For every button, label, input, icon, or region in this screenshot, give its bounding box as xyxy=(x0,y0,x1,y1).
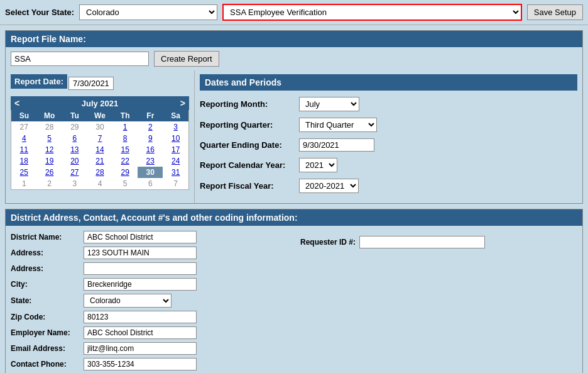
quarter-ending-date-input[interactable] xyxy=(299,138,374,152)
cal-col-tu: Tu xyxy=(62,110,87,121)
calendar: < July 2021 > Su Mo Tu We Th F xyxy=(11,96,189,190)
cal-col-th: Th xyxy=(112,110,138,121)
report-date-label: Report Date: xyxy=(11,74,67,89)
calendar-header: < July 2021 > xyxy=(11,96,189,110)
email-row: Email Address: xyxy=(11,342,288,355)
calendar-day[interactable]: 6 xyxy=(62,133,87,144)
calendar-day[interactable]: 2 xyxy=(138,121,163,133)
state-field-select[interactable]: Colorado Alabama Alaska xyxy=(84,294,172,308)
calendar-day[interactable]: 25 xyxy=(11,167,37,178)
calendar-day: 27 xyxy=(11,121,37,133)
email-input[interactable] xyxy=(84,342,197,355)
requester-id-input[interactable] xyxy=(359,236,485,248)
calendar-day[interactable]: 17 xyxy=(163,144,188,155)
state-row: State: Colorado Alabama Alaska xyxy=(11,294,288,308)
calendar-day[interactable]: 31 xyxy=(163,167,188,178)
calendar-day[interactable]: 27 xyxy=(62,167,87,178)
calendar-day[interactable]: 12 xyxy=(37,144,62,155)
calendar-day[interactable]: 4 xyxy=(11,133,37,144)
calendar-day: 5 xyxy=(112,178,138,190)
report-filename-body: Create Report xyxy=(6,47,582,70)
calendar-week-row: 1234567 xyxy=(11,178,189,190)
report-filename-input[interactable] xyxy=(11,52,149,66)
phone-label: Contact Phone: xyxy=(11,360,80,369)
report-date-value: 7/30/2021 xyxy=(68,77,114,90)
calendar-day: 2 xyxy=(37,178,62,190)
address1-row: Address: xyxy=(11,247,288,259)
district-header: District Address, Contact, Account #'s a… xyxy=(6,209,582,226)
calendar-year-select[interactable]: 2019202020212022 xyxy=(299,158,337,172)
calendar-year-row: Report Calendar Year: 2019202020212022 xyxy=(200,158,577,172)
calendar-day[interactable]: 16 xyxy=(138,144,163,155)
reporting-quarter-select[interactable]: First Quarter Second Quarter Third Quart… xyxy=(299,118,377,132)
calendar-day: 4 xyxy=(87,178,112,190)
reporting-quarter-label: Reporting Quarter: xyxy=(200,120,294,130)
email-label: Email Address: xyxy=(11,344,80,353)
report-type-select[interactable]: SSA Employee Verification Other Report xyxy=(222,4,522,21)
employer-input[interactable] xyxy=(84,326,197,339)
quarter-ending-date-row: Quarter Ending Date: xyxy=(200,138,577,152)
address1-input[interactable] xyxy=(84,247,197,259)
calendar-header-row: Su Mo Tu We Th Fr Sa xyxy=(11,110,189,121)
calendar-week-row: 27282930123 xyxy=(11,121,189,133)
reporting-month-select[interactable]: JanuaryFebruaryMarch AprilMayJune JulyAu… xyxy=(299,97,359,111)
calendar-day[interactable]: 21 xyxy=(87,155,112,167)
calendar-day[interactable]: 30 xyxy=(138,167,163,178)
calendar-day[interactable]: 20 xyxy=(62,155,87,167)
zip-input[interactable] xyxy=(84,311,197,323)
reporting-month-label: Reporting Month: xyxy=(200,99,294,109)
calendar-day[interactable]: 3 xyxy=(163,121,188,133)
dates-side: Dates and Periods Reporting Month: Janua… xyxy=(194,70,582,203)
calendar-day[interactable]: 8 xyxy=(112,133,138,144)
create-report-button[interactable]: Create Report xyxy=(154,51,219,67)
calendar-day[interactable]: 9 xyxy=(138,133,163,144)
fiscal-year-row: Report Fiscal Year: 2018-20192019-202020… xyxy=(200,179,577,193)
calendar-day[interactable]: 28 xyxy=(87,167,112,178)
calendar-day[interactable]: 13 xyxy=(62,144,87,155)
calendar-day[interactable]: 15 xyxy=(112,144,138,155)
district-name-row: District Name: xyxy=(11,231,288,243)
calendar-day[interactable]: 1 xyxy=(112,121,138,133)
address2-row: Address: xyxy=(11,262,288,275)
save-setup-button[interactable]: Save Setup xyxy=(527,4,583,20)
calendar-day[interactable]: 23 xyxy=(138,155,163,167)
cal-col-mo: Mo xyxy=(37,110,62,121)
calendar-day: 6 xyxy=(138,178,163,190)
fiscal-year-select[interactable]: 2018-20192019-20202020-20212021-2022 xyxy=(299,179,359,193)
calendar-day[interactable]: 26 xyxy=(37,167,62,178)
city-row: City: xyxy=(11,278,288,291)
calendar-day[interactable]: 14 xyxy=(87,144,112,155)
calendar-next-button[interactable]: > xyxy=(180,98,185,108)
phone-input[interactable] xyxy=(84,358,197,370)
calendar-week-row: 11121314151617 xyxy=(11,144,189,155)
main-content: Report File Name: Create Report Report D… xyxy=(0,25,588,373)
calendar-day: 3 xyxy=(62,178,87,190)
zip-row: Zip Code: xyxy=(11,311,288,323)
calendar-prev-button[interactable]: < xyxy=(14,98,19,108)
address1-label: Address: xyxy=(11,248,80,257)
report-file-header: Report File Name: xyxy=(6,31,582,47)
district-name-input[interactable] xyxy=(84,231,197,243)
calendar-day[interactable]: 19 xyxy=(37,155,62,167)
address2-input[interactable] xyxy=(84,262,197,275)
calendar-week-row: 45678910 xyxy=(11,133,189,144)
city-input[interactable] xyxy=(84,278,197,291)
state-select[interactable]: Colorado Alabama Alaska Arizona xyxy=(79,4,217,20)
calendar-day: 7 xyxy=(163,178,188,190)
calendar-grid: Su Mo Tu We Th Fr Sa 2728293012345678910… xyxy=(11,110,189,190)
employer-label: Employer Name: xyxy=(11,328,80,337)
calendar-day[interactable]: 24 xyxy=(163,155,188,167)
calendar-day[interactable]: 11 xyxy=(11,144,37,155)
calendar-week-row: 18192021222324 xyxy=(11,155,189,167)
calendar-day[interactable]: 5 xyxy=(37,133,62,144)
requester-row: Requester ID #: xyxy=(300,236,577,248)
calendar-day[interactable]: 22 xyxy=(112,155,138,167)
calendar-year-label: Report Calendar Year: xyxy=(200,160,294,170)
calendar-day[interactable]: 18 xyxy=(11,155,37,167)
calendar-day[interactable]: 7 xyxy=(87,133,112,144)
calendar-day[interactable]: 29 xyxy=(112,167,138,178)
quarter-ending-date-label: Quarter Ending Date: xyxy=(200,140,294,150)
dates-header: Dates and Periods xyxy=(200,74,577,91)
calendar-day[interactable]: 10 xyxy=(163,133,188,144)
employer-row: Employer Name: xyxy=(11,326,288,339)
